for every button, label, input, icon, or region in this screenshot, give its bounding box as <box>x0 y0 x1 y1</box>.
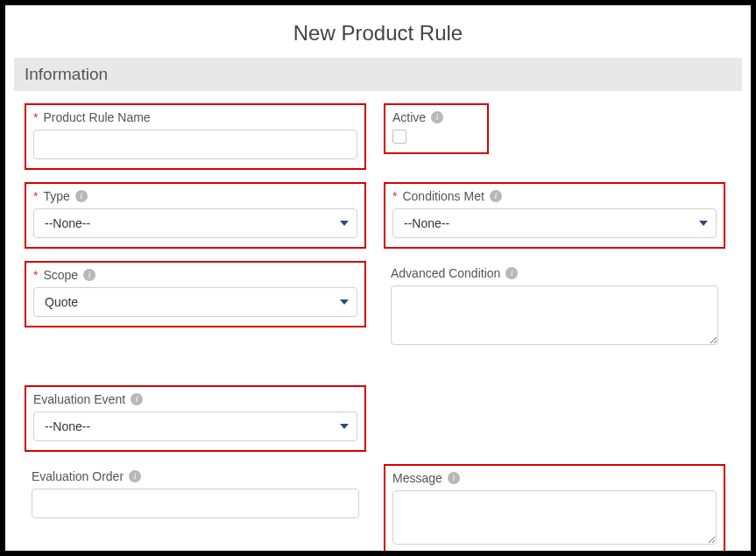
field-evaluation-event: Evaluation Event i --None-- <box>25 385 366 452</box>
required-asterisk: * <box>33 111 38 123</box>
label-evaluation-order: Evaluation Order <box>32 469 124 483</box>
label-active: Active <box>392 110 426 124</box>
chevron-down-icon <box>699 221 708 226</box>
info-icon[interactable]: i <box>83 269 95 281</box>
field-conditions-met: * Conditions Met i --None-- <box>384 182 725 249</box>
type-select-value: --None-- <box>45 216 90 230</box>
field-evaluation-order: Evaluation Order i <box>25 464 366 527</box>
type-select[interactable]: --None-- <box>33 208 357 238</box>
page-title: New Product Rule <box>5 21 751 46</box>
info-icon[interactable]: i <box>448 472 460 484</box>
label-product-rule-name: Product Rule Name <box>43 110 150 124</box>
label-type: Type <box>43 189 69 203</box>
product-rule-name-input[interactable] <box>33 130 357 159</box>
field-scope: * Scope i Quote <box>25 261 366 327</box>
required-asterisk: * <box>33 269 38 281</box>
label-evaluation-event: Evaluation Event <box>33 392 125 406</box>
scope-select[interactable]: Quote <box>33 287 357 317</box>
required-asterisk: * <box>392 190 397 202</box>
info-icon[interactable]: i <box>131 393 143 405</box>
window-frame: New Product Rule Information * Product R… <box>0 0 756 556</box>
advanced-condition-textarea[interactable] <box>391 285 718 345</box>
label-scope: Scope <box>43 268 78 282</box>
active-checkbox[interactable] <box>392 130 406 144</box>
evaluation-event-select[interactable]: --None-- <box>33 412 357 441</box>
info-icon[interactable]: i <box>505 267 518 279</box>
evaluation-event-select-value: --None-- <box>45 419 90 433</box>
required-asterisk: * <box>33 190 38 202</box>
info-icon[interactable]: i <box>75 190 88 202</box>
field-product-rule-name: * Product Rule Name <box>25 103 366 170</box>
label-message: Message <box>392 471 442 485</box>
label-conditions-met: Conditions Met <box>402 189 484 203</box>
chevron-down-icon <box>340 424 349 429</box>
conditions-met-select-value: --None-- <box>404 216 449 230</box>
form-area: * Product Rule Name Active i <box>5 103 751 556</box>
info-icon[interactable]: i <box>490 190 502 202</box>
chevron-down-icon <box>340 299 349 305</box>
conditions-met-select[interactable]: --None-- <box>392 208 717 238</box>
info-icon[interactable]: i <box>431 111 443 123</box>
field-message: Message i <box>384 464 725 556</box>
section-header-information: Information <box>14 58 742 91</box>
label-advanced-condition: Advanced Condition <box>391 266 500 280</box>
scope-select-value: Quote <box>45 295 78 309</box>
field-type: * Type i --None-- <box>25 182 366 249</box>
field-active: Active i <box>384 103 489 154</box>
chevron-down-icon <box>340 221 349 226</box>
evaluation-order-input[interactable] <box>32 489 359 518</box>
field-advanced-condition: Advanced Condition i <box>384 261 725 357</box>
message-textarea[interactable] <box>392 490 717 545</box>
info-icon[interactable]: i <box>129 470 141 482</box>
